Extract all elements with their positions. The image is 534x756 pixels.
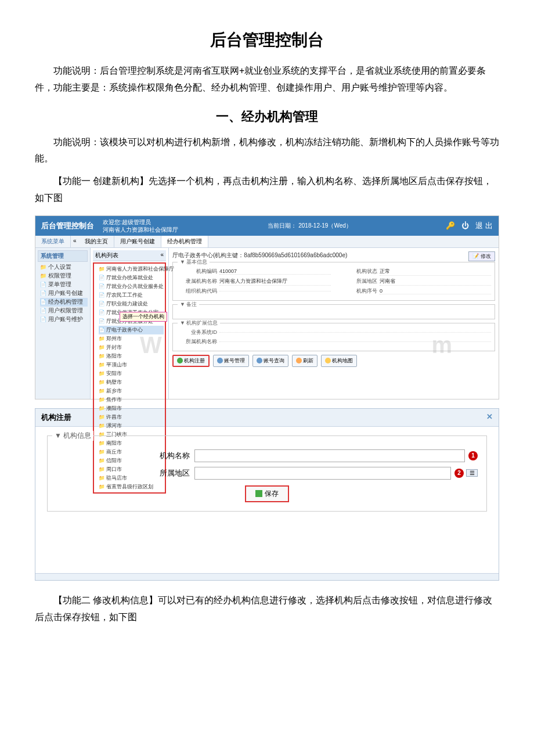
tree-city[interactable]: 新乡市: [99, 387, 164, 395]
org-map-button[interactable]: 机构地图: [321, 355, 357, 367]
doc-intro: 功能说明：后台管理控制系统是河南省互联网+就业创业系统的支撑平台，是省就业系统使…: [35, 63, 499, 96]
marker-2: 2: [454, 469, 464, 478]
power-icon[interactable]: ⏻: [461, 221, 469, 230]
tab-bar: 系统菜单 « 我的主页 用户账号创建 经办机构管理: [35, 236, 499, 248]
tree-node[interactable]: 厅就业办统筹就业处: [99, 273, 164, 282]
refresh-button[interactable]: 刷新: [292, 355, 317, 367]
tree-title: 机构列表 «: [93, 250, 166, 261]
sidebar-title: 系统管理: [38, 250, 88, 262]
doc-title: 后台管理控制台: [35, 29, 499, 51]
org-name-input[interactable]: [194, 449, 465, 462]
action-button-row: 机构注册 账号管理 账号查询 刷新 机构地图: [172, 355, 495, 367]
region-picker-icon[interactable]: ☰: [466, 469, 478, 477]
remark-legend: ▼ 备注: [178, 301, 199, 308]
region-input[interactable]: [194, 467, 451, 480]
sidebar-list: 个人设置 权限管理 菜单管理 用户账号创建 经办机构管理 用户权限管理 用户账号…: [38, 263, 88, 324]
tree-city[interactable]: 鹤壁市: [99, 378, 164, 387]
sidebar-item[interactable]: 菜单管理: [40, 280, 88, 289]
org-info-legend: ▼ 机构信息: [52, 431, 93, 441]
tree-city[interactable]: 安阳市: [99, 369, 164, 378]
tree-city[interactable]: 濮阳市: [99, 404, 164, 413]
app-header: 后台管理控制台 欢迎您:超级管理员 河南省人力资源和社会保障厅 当前日期： 20…: [35, 216, 499, 236]
tree-city[interactable]: 焦作市: [99, 395, 164, 404]
search-icon: [257, 358, 262, 363]
region-label: 所属地区: [56, 468, 190, 478]
tree-city[interactable]: 洛阳市: [99, 352, 164, 361]
tree-node-selected[interactable]: 厅电子政务中心: [99, 326, 164, 334]
tree-root[interactable]: 河南省人力资源和社会保障厅: [99, 265, 164, 273]
callout-select-org: 选择一个经办机构: [120, 312, 167, 322]
account-query-button[interactable]: 账号查询: [252, 355, 288, 367]
tab-user-create[interactable]: 用户账号创建: [114, 236, 161, 247]
ext-legend: ▼ 机构扩展信息: [178, 319, 220, 327]
sidebar-item[interactable]: 用户账号创建: [40, 289, 88, 298]
app-logo: 后台管理控制台: [41, 221, 94, 231]
close-icon[interactable]: ✕: [486, 412, 493, 423]
sidebar-item-active[interactable]: 经办机构管理: [40, 298, 88, 307]
func1-desc: 【功能一 创建新机构】先选择一个机构，再点击机构注册，输入机构名称、选择所属地区…: [35, 173, 499, 207]
save-icon: [255, 490, 262, 497]
marker-1: 1: [468, 451, 478, 460]
tree-city[interactable]: 许昌市: [99, 413, 164, 422]
tab-org-manage[interactable]: 经办机构管理: [161, 236, 208, 247]
add-icon: [177, 358, 183, 363]
section1-desc: 功能说明：该模块可以对机构进行机构新增，机构修改，机构冻结注销功能、新增机构下的…: [35, 134, 499, 168]
welcome-text: 欢迎您:超级管理员 河南省人力资源和社会保障厅: [103, 218, 178, 233]
user-icon: [217, 358, 223, 363]
tree-city[interactable]: 开封市: [99, 343, 164, 352]
org-register-button[interactable]: 机构注册: [172, 355, 210, 367]
tree-node[interactable]: 厅就业办公共就业服务处: [99, 282, 164, 291]
remark-group: ▼ 备注: [172, 304, 495, 319]
refresh-icon: [296, 358, 302, 363]
account-manage-button[interactable]: 账号管理: [213, 355, 249, 367]
org-name-label: 机构名称: [56, 451, 190, 461]
section1-title: 一、经办机构管理: [35, 108, 499, 125]
detail-title: 厅电子政务中心(机构主键：8af8b590669a5d6101669a6b6ad…: [172, 251, 495, 260]
tree-node[interactable]: 厅农民工工作处: [99, 291, 164, 300]
dialog-footer: [35, 573, 499, 580]
sidebar-item[interactable]: 权限管理: [40, 272, 88, 280]
home-icon: [325, 358, 331, 363]
dialog-title: 机构注册: [41, 412, 71, 423]
tree-panel: 机构列表 « 河南省人力资源和社会保障厅 厅就业办统筹就业处 厅就业办公共就业服…: [91, 248, 169, 399]
sidebar-item[interactable]: 个人设置: [40, 263, 88, 272]
basic-legend: ▼ 基本信息: [178, 258, 210, 266]
nav-label: 系统菜单: [35, 236, 71, 247]
tree-city[interactable]: 郑州市: [99, 334, 164, 343]
ext-info-group: ▼ 机构扩展信息 业务系统ID 所属机构名称: [172, 323, 495, 351]
basic-info-group: ▼ 基本信息 机构编码410007 机构状态正常 隶属机构名称河南省人力资源和社…: [172, 262, 495, 301]
sidebar-item[interactable]: 用户权限管理: [40, 307, 88, 315]
sidebar: 系统管理 个人设置 权限管理 菜单管理 用户账号创建 经办机构管理 用户权限管理…: [35, 248, 91, 399]
save-button[interactable]: 保存: [245, 485, 289, 502]
screenshot-app: 后台管理控制台 欢迎您:超级管理员 河南省人力资源和社会保障厅 当前日期： 20…: [35, 215, 499, 399]
tree-city[interactable]: 平顶山市: [99, 361, 164, 369]
tree-node[interactable]: 厅职业能力建设处: [99, 300, 164, 308]
tab-home[interactable]: 我的主页: [79, 236, 114, 247]
tree-city[interactable]: 漯河市: [99, 422, 164, 430]
func2-desc: 【功能二 修改机构信息】可以对已有的经办机构信息进行修改，选择机构后点击修改按钮…: [35, 592, 499, 626]
key-icon[interactable]: 🔑: [446, 221, 455, 230]
sidebar-item[interactable]: 用户账号维护: [40, 315, 88, 324]
current-date: 当前日期： 2018-12-19（Wed）: [268, 222, 351, 230]
detail-panel: 厅电子政务中心(机构主键：8af8b590669a5d6101669a6b6ad…: [169, 248, 499, 399]
logout-link[interactable]: 退 出: [475, 221, 493, 230]
modify-button[interactable]: 📝 修改: [468, 251, 495, 261]
